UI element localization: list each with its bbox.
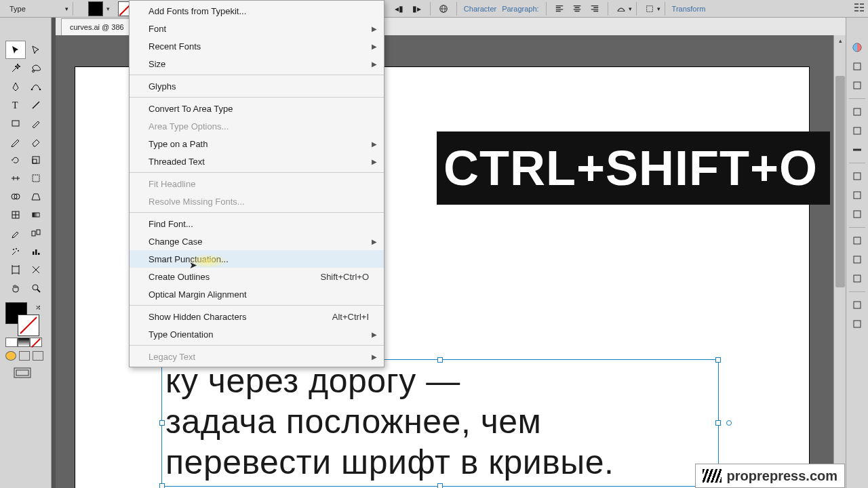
- direct-selection-tool[interactable]: [26, 41, 46, 59]
- column-graph-tool[interactable]: [26, 242, 46, 260]
- prev-frame-icon[interactable]: ◂▮: [393, 2, 406, 16]
- svg-rect-12: [33, 159, 37, 163]
- stroke-swatch[interactable]: [18, 314, 39, 336]
- color-guide-panel-icon[interactable]: [849, 58, 865, 75]
- color-mode[interactable]: [5, 338, 18, 347]
- menu-item-smart-punctuation[interactable]: Smart Punctuation...: [130, 250, 384, 268]
- menu-item-size[interactable]: Size▶: [130, 55, 384, 73]
- swap-fill-stroke-icon[interactable]: ⤮: [35, 304, 41, 311]
- eyedropper-tool[interactable]: [5, 224, 26, 242]
- gradient-mode[interactable]: [18, 338, 30, 347]
- gradient-tool[interactable]: [26, 205, 46, 224]
- none-mode[interactable]: [30, 338, 42, 347]
- swatches-panel-icon[interactable]: [849, 77, 865, 94]
- menu-item-create-outlines[interactable]: Create OutlinesShift+Ctrl+O: [130, 268, 384, 285]
- line-tool[interactable]: [26, 96, 46, 114]
- perspective-tool[interactable]: [26, 187, 46, 205]
- svg-rect-29: [14, 368, 31, 378]
- fill-color-swatch[interactable]: ▾: [88, 1, 103, 16]
- vertical-scrollbar[interactable]: ▴ ▾: [833, 35, 846, 488]
- rectangle-tool[interactable]: [5, 114, 26, 132]
- align-center-icon[interactable]: [570, 2, 584, 16]
- draw-normal-icon[interactable]: [5, 351, 16, 361]
- svg-point-22: [18, 250, 19, 251]
- warp-envelope-icon[interactable]: [614, 2, 628, 16]
- free-transform-tool[interactable]: [26, 169, 46, 187]
- shape-builder-tool[interactable]: [5, 187, 26, 205]
- transform-panel-link[interactable]: Transform: [672, 5, 706, 13]
- draw-inside-icon[interactable]: [33, 351, 43, 361]
- pencil-tool[interactable]: [5, 132, 26, 150]
- hand-tool[interactable]: [5, 279, 26, 297]
- scroll-up-icon[interactable]: ▴: [834, 35, 846, 46]
- menu-item-find-font[interactable]: Find Font...: [130, 215, 384, 232]
- menu-item-threaded-text[interactable]: Threaded Text▶: [130, 152, 384, 170]
- transform-icon[interactable]: [643, 2, 656, 16]
- stroke-panel-icon[interactable]: [849, 142, 865, 158]
- svg-rect-36: [854, 173, 861, 180]
- globe-icon[interactable]: [437, 2, 450, 16]
- artboard-tool[interactable]: [5, 260, 26, 279]
- gradient-panel-icon[interactable]: [849, 168, 865, 184]
- paintbrush-tool[interactable]: [26, 114, 46, 132]
- svg-rect-37: [854, 192, 861, 199]
- rotate-tool[interactable]: [5, 150, 26, 169]
- svg-rect-19: [37, 230, 40, 235]
- appearance-panel-icon[interactable]: [849, 206, 865, 222]
- menu-item-add-fonts-from-typekit[interactable]: Add Fonts from Typekit...: [130, 2, 384, 20]
- menu-item-optical-margin-alignment[interactable]: Optical Margin Alignment: [130, 285, 384, 303]
- panel-menu-icon[interactable]: [854, 3, 864, 14]
- symbols-panel-icon[interactable]: [849, 123, 865, 139]
- menu-item-type-on-a-path[interactable]: Type on a Path▶: [130, 135, 384, 152]
- fill-stroke-swatches[interactable]: ⤮: [5, 302, 42, 335]
- character-panel-link[interactable]: Character: [464, 5, 496, 13]
- menu-item-font[interactable]: Font▶: [130, 20, 384, 37]
- pathfinder-panel-icon[interactable]: [849, 297, 865, 313]
- align-right-icon[interactable]: [588, 2, 601, 16]
- draw-behind-icon[interactable]: [19, 351, 30, 361]
- curvature-tool[interactable]: [26, 77, 46, 96]
- symbol-sprayer-tool[interactable]: [5, 242, 26, 260]
- body-text-object[interactable]: ку через дорогу — задача посложнее, чем …: [165, 361, 614, 483]
- brushes-panel-icon[interactable]: [849, 104, 865, 120]
- screen-mode-icon[interactable]: [14, 367, 51, 382]
- pen-tool[interactable]: [5, 77, 26, 96]
- navigator-panel-icon[interactable]: [849, 316, 865, 332]
- document-tab[interactable]: curves.ai @ 386: [61, 18, 133, 35]
- menu-item-label: Font: [149, 24, 166, 34]
- menu-item-shortcut: Shift+Ctrl+O: [320, 272, 369, 282]
- type-tool[interactable]: T: [5, 96, 26, 114]
- color-panel-icon[interactable]: [849, 39, 865, 56]
- align-panel-icon[interactable]: [849, 270, 865, 287]
- menu-item-change-case[interactable]: Change Case▶: [130, 232, 384, 250]
- menu-item-glyphs[interactable]: Glyphs: [130, 77, 384, 95]
- slice-tool[interactable]: [26, 260, 46, 279]
- menu-item-convert-to-area-type[interactable]: Convert To Area Type: [130, 100, 384, 117]
- svg-rect-38: [854, 211, 861, 218]
- svg-rect-40: [854, 256, 861, 263]
- menu-item-show-hidden-characters[interactable]: Show Hidden CharactersAlt+Ctrl+I: [130, 308, 384, 325]
- next-frame-icon[interactable]: ▮▸: [410, 2, 424, 16]
- paragraph-panel-link[interactable]: Paragraph:: [502, 5, 538, 13]
- menu-item-recent-fonts[interactable]: Recent Fonts▶: [130, 37, 384, 55]
- zoom-tool[interactable]: [26, 279, 46, 297]
- selection-tool[interactable]: [5, 41, 26, 59]
- magic-wand-tool[interactable]: [5, 59, 26, 77]
- scale-tool[interactable]: [26, 150, 46, 169]
- lasso-tool[interactable]: [26, 59, 46, 77]
- eraser-tool[interactable]: [26, 132, 46, 150]
- blend-tool[interactable]: [26, 224, 46, 242]
- svg-point-7: [39, 88, 41, 90]
- menu-item-label: Change Case: [149, 237, 203, 247]
- scroll-thumb[interactable]: [835, 76, 845, 287]
- layers-panel-icon[interactable]: [849, 251, 865, 268]
- headline-text-object[interactable]: CTRL+SHIFT+O: [437, 131, 830, 205]
- align-left-icon[interactable]: [553, 2, 566, 16]
- mesh-tool[interactable]: [5, 205, 26, 224]
- mode-dropdown-icon[interactable]: ▾: [65, 5, 68, 12]
- width-tool[interactable]: [5, 169, 26, 187]
- transparency-panel-icon[interactable]: [849, 187, 865, 203]
- menu-item-label: Add Fonts from Typekit...: [149, 6, 246, 16]
- menu-item-type-orientation[interactable]: Type Orientation▶: [130, 325, 384, 343]
- graphic-styles-panel-icon[interactable]: [849, 232, 865, 249]
